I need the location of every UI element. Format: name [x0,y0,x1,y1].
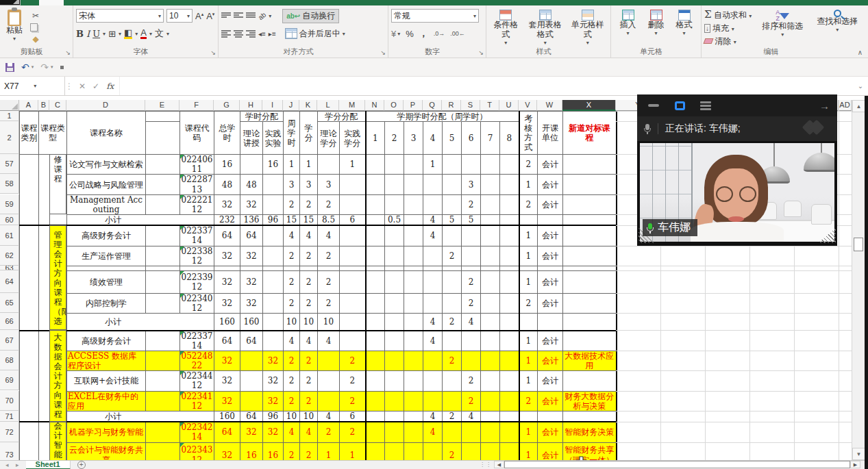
target-course[interactable] [563,194,617,214]
cell-E70[interactable] [146,391,180,411]
cell-A68[interactable] [20,351,39,371]
semester-1[interactable] [366,442,385,460]
cell-E63[interactable] [146,266,180,270]
font-name-select[interactable]: 宋体▾ [76,9,164,23]
practice-hours[interactable]: 32 [263,371,284,391]
course-name[interactable]: 互联网+会计技能 [67,371,146,391]
format-painter-icon[interactable]: ◆ [30,34,41,45]
theory-credits[interactable]: 1 [318,442,340,460]
semester-4[interactable] [423,246,443,266]
theory-hours[interactable]: 64 [240,331,263,351]
semester-1[interactable] [366,266,385,270]
scroll-up-icon[interactable]: ▲ [852,100,865,112]
column-header-T[interactable]: T [480,100,499,111]
weekly-hours[interactable]: 2 [284,194,300,214]
cell-E67[interactable] [146,331,180,351]
course-code[interactable]: 05224822 [180,351,214,371]
column-header-O[interactable]: O [384,100,404,111]
phonetic-icon[interactable]: 文 [155,27,164,40]
weekly-hours[interactable]: 2 [284,246,300,266]
row-header-73[interactable]: 73 [0,442,19,460]
sheet-tab-active[interactable]: Sheet1 [26,461,71,469]
total-hours[interactable]: 32 [214,391,240,411]
course-name[interactable]: 高级财务会计 [67,225,146,246]
cell-E59[interactable] [146,194,180,214]
cell-E69[interactable] [146,371,180,391]
vertical-scrollbar-thumb[interactable] [854,238,863,251]
credits[interactable]: 4 [300,331,318,351]
header-sem-3[interactable]: 3 [404,122,423,155]
header-course-name[interactable]: 课程名称 [67,112,146,155]
semester-2[interactable] [385,246,404,266]
collapse-panel-icon[interactable]: → [819,100,828,112]
semester-3[interactable] [404,246,423,266]
theory-credits[interactable]: 2 [318,246,340,266]
weekly-hours[interactable]: 10 [284,411,300,422]
align-middle-icon[interactable] [234,12,243,20]
assessment[interactable]: 2 [519,194,538,214]
header-credits[interactable]: 学分 [300,112,318,155]
unit[interactable] [538,314,563,331]
practice-hours[interactable]: 16 [263,442,284,460]
unit[interactable]: 会计 [538,293,563,313]
weekly-hours[interactable]: 4 [284,422,300,442]
semester-6[interactable]: 4 [462,314,481,331]
practice-credits[interactable]: 2 [340,422,366,442]
semester-2[interactable] [385,175,404,194]
weekly-hours[interactable]: 4 [284,331,300,351]
semester-2[interactable] [385,155,404,175]
semester-6[interactable] [462,155,481,175]
borders-icon[interactable]: ⊞ [108,29,116,39]
total-hours[interactable]: 32 [214,194,240,214]
semester-2[interactable] [385,225,404,246]
theory-hours[interactable] [240,351,263,371]
scrollbar-resize-dots[interactable]: ⋮⋮ [480,461,492,468]
semester-7[interactable] [481,331,500,351]
horizontal-scrollbar[interactable]: ⋮⋮ ◀ ▶ [480,461,860,468]
column-header-Q[interactable]: Q [423,100,442,111]
increase-decimal-icon[interactable]: .0→ [434,30,445,37]
target-course[interactable] [563,215,617,226]
semester-1[interactable] [366,225,385,246]
assessment[interactable]: 2 [519,391,538,411]
column-header-J[interactable]: J [283,100,299,111]
semester-4[interactable] [423,266,443,270]
theory-credits[interactable]: 2 [318,293,340,313]
column-header-AD[interactable]: AD [839,100,852,111]
theory-hours[interactable] [240,155,263,175]
practice-credits[interactable] [340,225,366,246]
unit[interactable] [538,411,563,422]
row-header-2[interactable]: 2 [0,121,19,154]
font-size-select[interactable]: 10▾ [166,9,193,23]
header-practice-exp[interactable]: 实践实验 [263,122,284,155]
theory-hours[interactable]: 32 [240,270,263,293]
credits[interactable]: 2 [300,293,318,313]
minimize-icon[interactable] [647,100,660,111]
cell-A71[interactable] [20,411,39,422]
sort-filter-button[interactable]: AZ 排序和筛选▾ [758,8,806,47]
cell-B62[interactable] [39,246,50,266]
course-name[interactable]: 机器学习与财务智能 [67,422,146,442]
semester-1[interactable] [366,270,385,293]
course-name[interactable]: 论文写作与文献检索 [67,155,146,175]
percent-icon[interactable]: % [406,29,414,39]
column-header-S[interactable]: S [461,100,480,111]
row-header-66[interactable]: 66 [0,313,19,330]
course-code[interactable] [180,266,214,270]
cell-E65[interactable] [146,293,180,313]
semester-8[interactable] [500,194,519,214]
practice-credits[interactable] [340,270,366,293]
semester-6[interactable] [462,351,481,371]
cell-A69[interactable] [20,371,39,391]
cell-B64[interactable] [39,270,50,293]
semester-4[interactable] [423,391,443,411]
cell-styles-button[interactable]: 单元格样式▾ [568,8,608,47]
practice-credits[interactable]: 6 [340,215,366,226]
cell-E58[interactable] [146,175,180,194]
semester-3[interactable] [404,351,423,371]
semester-1[interactable] [366,331,385,351]
course-code[interactable]: 02234312 [180,442,214,460]
total-hours[interactable]: 16 [214,155,240,175]
assessment[interactable] [519,411,538,422]
column-header-X[interactable]: X [562,100,616,111]
